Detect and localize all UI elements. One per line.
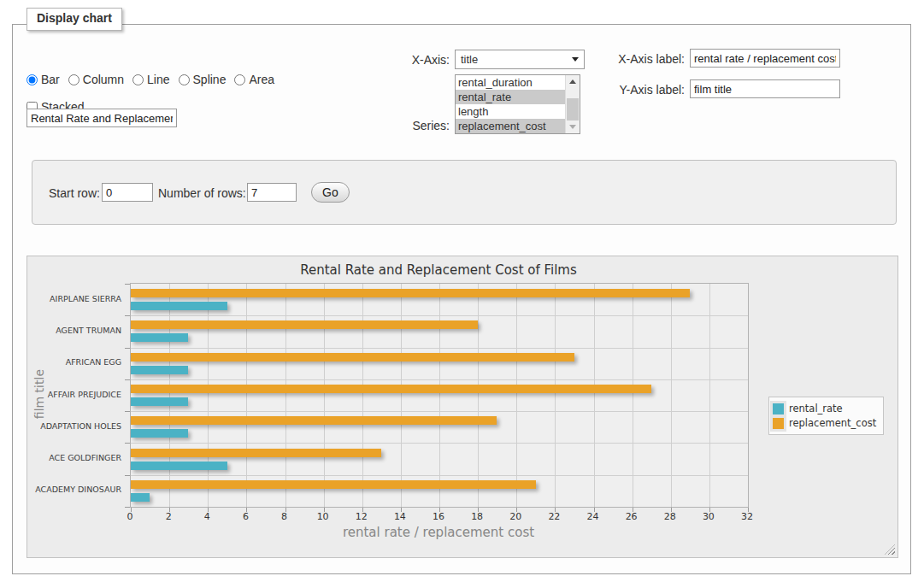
series-option[interactable]: replacement_cost <box>456 119 565 133</box>
chart-title-input[interactable] <box>26 109 177 127</box>
chart-type-option-column: Column <box>68 73 124 86</box>
grid-line-vertical <box>671 284 672 507</box>
grid-line-vertical <box>439 284 440 507</box>
bar-replacement_cost <box>131 320 478 329</box>
start-row-label: Start row: <box>49 186 100 200</box>
category-label: ADAPTATION HOLES <box>27 421 121 431</box>
grid-line-vertical <box>285 284 286 507</box>
category-label: ACADEMY DINOSAUR <box>27 485 121 494</box>
chart-type-radio-area[interactable] <box>234 74 245 85</box>
series-option[interactable]: rental_rate <box>456 90 565 104</box>
display-chart-fieldset: Display chart Bar Column Line Spline Are… <box>12 24 911 574</box>
chart-type-label-line: Line <box>147 73 169 86</box>
x-tick-label: 32 <box>741 511 753 522</box>
plot-area <box>130 283 749 508</box>
number-of-rows-input[interactable] <box>247 183 297 202</box>
x-tick-label: 16 <box>433 511 444 522</box>
grid-line-vertical <box>169 284 170 507</box>
chart-type-option-bar: Bar <box>26 73 60 86</box>
category-label: AFRICAN EGG <box>27 357 121 367</box>
grid-line-horizontal <box>131 315 748 316</box>
chart-type-option-spline: Spline <box>179 73 227 86</box>
x-axis-title: rental rate / replacement cost <box>130 525 747 540</box>
grid-line-horizontal <box>131 411 748 412</box>
legend-swatch <box>773 403 784 414</box>
category-label: AIRPLANE SIERRA <box>27 294 121 303</box>
y-tick-mark <box>125 443 130 444</box>
x-tick-label: 22 <box>548 511 560 522</box>
bar-rental_rate <box>131 397 188 406</box>
bar-rental_rate <box>131 302 227 310</box>
y-tick-mark <box>125 475 130 476</box>
start-row-input[interactable] <box>102 183 153 202</box>
x-tick-label: 24 <box>587 511 599 522</box>
chart-type-label-bar: Bar <box>41 73 60 86</box>
x-tick-label: 30 <box>703 511 715 522</box>
legend-swatch <box>773 418 784 429</box>
grid-line-vertical <box>555 284 556 507</box>
category-label: AFFAIR PREJUDICE <box>27 390 121 399</box>
bar-replacement_cost <box>131 416 497 425</box>
x-tick-label: 20 <box>509 511 521 522</box>
grid-line-vertical <box>324 284 325 507</box>
chart-type-radio-bar[interactable] <box>26 74 38 85</box>
y-axis-label-caption: Y-Axis label: <box>603 83 685 97</box>
number-of-rows-label: Number of rows: <box>158 186 246 200</box>
bar-rental_rate <box>131 461 227 470</box>
x-axis-selected-value: title <box>461 53 478 66</box>
series-scrollbar[interactable] <box>565 75 580 133</box>
x-tick-label: 6 <box>243 511 249 522</box>
chart-panel: Rental Rate and Replacement Cost of Film… <box>26 256 898 558</box>
series-option[interactable]: length <box>456 104 565 119</box>
grid-line-vertical <box>478 284 479 507</box>
grid-line-vertical <box>401 284 402 507</box>
bar-rental_rate <box>131 333 188 342</box>
category-label: AGENT TRUMAN <box>27 326 121 335</box>
chart-type-option-line: Line <box>132 73 169 86</box>
chart-type-radio-spline[interactable] <box>179 74 190 85</box>
x-tick-label: 10 <box>317 511 329 522</box>
grid-line-horizontal <box>131 475 748 476</box>
bar-replacement_cost <box>131 353 574 362</box>
scroll-up-icon <box>569 79 576 84</box>
scroll-up-button[interactable] <box>566 75 580 88</box>
x-tick-label: 0 <box>127 511 133 522</box>
x-tick-label: 28 <box>664 511 676 522</box>
series-option[interactable]: rental_duration <box>456 75 565 90</box>
chart-type-radio-line[interactable] <box>132 74 144 85</box>
resize-handle-icon[interactable] <box>885 544 895 555</box>
y-tick-mark <box>125 379 130 380</box>
grid-line-horizontal <box>131 348 748 349</box>
y-tick-mark <box>125 507 130 508</box>
scroll-down-icon <box>569 125 576 129</box>
chart-type-label-spline: Spline <box>193 73 227 86</box>
bar-rental_rate <box>131 429 188 438</box>
legend-label: replacement_cost <box>789 417 876 429</box>
x-axis-label-caption: X-Axis label: <box>603 52 685 66</box>
chart-legend: rental_ratereplacement_cost <box>768 397 884 435</box>
legend-item: replacement_cost <box>773 417 876 429</box>
x-tick-label: 12 <box>356 511 368 522</box>
chart-type-label-area: Area <box>249 73 274 86</box>
legend-label: rental_rate <box>789 403 843 414</box>
chart-type-label-column: Column <box>83 73 124 86</box>
series-listbox[interactable]: rental_durationrental_ratelengthreplacem… <box>455 74 580 134</box>
scroll-down-button[interactable] <box>566 121 580 133</box>
legend-item: rental_rate <box>773 403 876 414</box>
x-tick-label: 26 <box>626 511 638 522</box>
y-tick-mark <box>125 411 130 412</box>
x-tick-label: 18 <box>471 511 483 522</box>
chart-type-radio-column[interactable] <box>68 74 79 85</box>
y-axis-label-input[interactable] <box>690 79 840 98</box>
x-axis-label-input[interactable] <box>690 49 840 68</box>
bar-rental_rate <box>131 493 150 502</box>
scrollbar-thumb[interactable] <box>567 98 579 121</box>
y-tick-mark <box>125 348 130 349</box>
x-axis-select[interactable]: title <box>455 50 585 69</box>
go-button[interactable]: Go <box>311 182 350 203</box>
category-label: ACE GOLDFINGER <box>27 453 121 462</box>
x-axis-select-label: X-Axis: <box>389 53 450 67</box>
x-tick-label: 8 <box>281 511 287 522</box>
grid-line-vertical <box>516 284 517 507</box>
bar-replacement_cost <box>131 480 536 489</box>
